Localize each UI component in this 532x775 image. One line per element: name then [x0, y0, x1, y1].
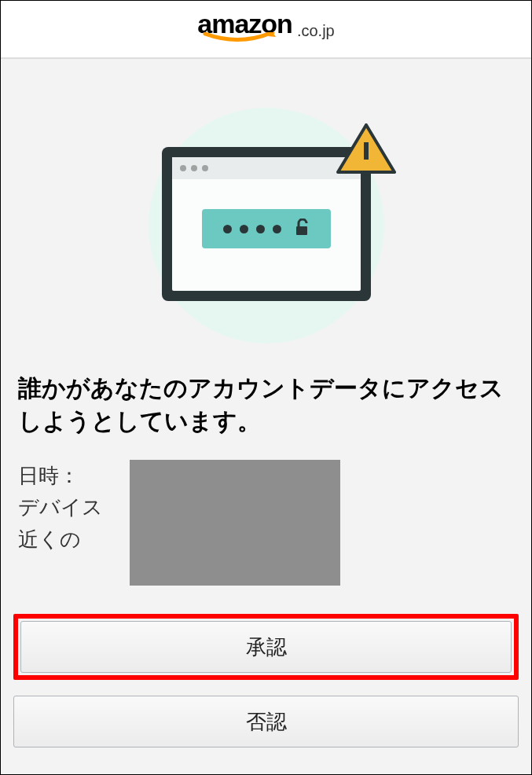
unlocked-padlock-icon	[295, 219, 310, 239]
logo-tld: .co.jp	[297, 22, 335, 40]
label-datetime: 日時：	[18, 460, 103, 491]
security-alert-illustration	[137, 108, 396, 343]
label-near: 近くの	[18, 523, 103, 555]
approve-button-label: 承認	[246, 634, 287, 661]
approve-button[interactable]: 承認	[20, 621, 512, 673]
smile-icon	[197, 32, 292, 48]
password-dots	[223, 219, 310, 239]
header: amazon .co.jp	[1, 1, 531, 59]
details-labels: 日時： デバイス 近くの	[18, 460, 103, 586]
svg-rect-2	[364, 142, 369, 160]
main-content: 誰かがあなたのアカウントデータにアクセスしようとしています。 日時： デバイス …	[1, 59, 531, 774]
warning-triangle-icon	[336, 123, 396, 178]
svg-rect-0	[296, 226, 307, 235]
dot-icon	[256, 225, 265, 233]
dot-icon	[273, 225, 281, 233]
redacted-details-block	[130, 460, 340, 586]
approve-highlight: 承認	[13, 614, 519, 680]
details-row: 日時： デバイス 近くの	[13, 460, 519, 614]
amazon-logo: amazon .co.jp	[197, 10, 334, 48]
screen	[172, 157, 361, 291]
deny-button-label: 否認	[246, 708, 287, 736]
page-frame: amazon .co.jp	[0, 0, 532, 775]
dot-icon	[240, 225, 248, 233]
window-dot-icon	[202, 165, 208, 171]
alert-headline: 誰かがあなたのアカウントデータにアクセスしようとしています。	[13, 367, 519, 460]
button-group: 承認 否認	[13, 614, 519, 747]
dot-icon	[223, 225, 232, 233]
window-dot-icon	[180, 165, 186, 171]
logo-wordmark: amazon	[197, 10, 292, 48]
password-field-icon	[202, 209, 331, 248]
deny-button[interactable]: 否認	[13, 696, 519, 747]
window-titlebar	[172, 157, 361, 179]
window-dot-icon	[191, 165, 197, 171]
label-device: デバイス	[18, 491, 103, 523]
illustration-container	[13, 59, 519, 367]
